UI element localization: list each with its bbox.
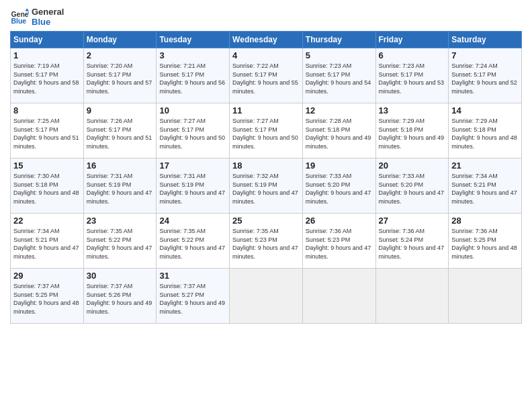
weekday-header-friday: Friday [375,32,449,48]
calendar-cell: 6Sunrise: 7:23 AMSunset: 5:17 PMDaylight… [375,48,449,103]
calendar-cell: 8Sunrise: 7:25 AMSunset: 5:17 PMDaylight… [11,103,84,158]
day-info: Sunrise: 7:33 AMSunset: 5:20 PMDaylight:… [379,172,446,205]
day-number: 12 [306,105,373,116]
day-info: Sunrise: 7:31 AMSunset: 5:19 PMDaylight:… [159,172,226,205]
calendar-cell: 13Sunrise: 7:29 AMSunset: 5:18 PMDayligh… [375,103,449,158]
day-info: Sunrise: 7:24 AMSunset: 5:17 PMDaylight:… [451,62,519,95]
day-number: 19 [306,161,373,171]
day-number: 30 [87,271,154,281]
day-info: Sunrise: 7:35 AMSunset: 5:22 PMDaylight:… [159,227,226,261]
day-number: 20 [379,161,446,171]
weekday-header-monday: Monday [83,32,157,48]
calendar-cell: 16Sunrise: 7:31 AMSunset: 5:19 PMDayligh… [83,158,157,214]
day-number: 22 [13,216,81,226]
calendar-cell: 22Sunrise: 7:34 AMSunset: 5:21 PMDayligh… [11,214,84,269]
weekday-header-sunday: Sunday [11,32,84,48]
calendar-cell: 17Sunrise: 7:31 AMSunset: 5:19 PMDayligh… [157,158,230,214]
day-number: 7 [451,50,519,60]
calendar-row: 15Sunrise: 7:30 AMSunset: 5:18 PMDayligh… [11,158,522,214]
day-number: 1 [13,50,81,60]
calendar-cell [230,269,303,324]
weekday-header-tuesday: Tuesday [157,32,230,48]
day-number: 25 [232,216,300,226]
calendar-cell: 24Sunrise: 7:35 AMSunset: 5:22 PMDayligh… [157,214,230,269]
day-number: 23 [87,216,154,226]
day-number: 6 [379,50,446,60]
day-info: Sunrise: 7:27 AMSunset: 5:17 PMDaylight:… [232,117,300,150]
day-info: Sunrise: 7:37 AMSunset: 5:26 PMDaylight:… [87,282,154,316]
day-info: Sunrise: 7:37 AMSunset: 5:25 PMDaylight:… [13,282,81,316]
day-info: Sunrise: 7:31 AMSunset: 5:19 PMDaylight:… [87,172,154,205]
calendar-cell: 20Sunrise: 7:33 AMSunset: 5:20 PMDayligh… [375,158,449,214]
weekday-header-thursday: Thursday [302,32,375,48]
logo-blue: Blue [32,17,64,27]
day-info: Sunrise: 7:30 AMSunset: 5:18 PMDaylight:… [13,172,81,205]
calendar-cell: 14Sunrise: 7:29 AMSunset: 5:18 PMDayligh… [449,103,522,158]
day-info: Sunrise: 7:35 AMSunset: 5:22 PMDaylight:… [87,227,154,261]
calendar-cell [302,269,375,324]
weekday-header-row: SundayMondayTuesdayWednesdayThursdayFrid… [11,32,522,48]
day-info: Sunrise: 7:28 AMSunset: 5:18 PMDaylight:… [306,117,373,150]
day-info: Sunrise: 7:36 AMSunset: 5:23 PMDaylight:… [306,227,373,261]
day-info: Sunrise: 7:23 AMSunset: 5:17 PMDaylight:… [379,62,446,95]
calendar-cell: 19Sunrise: 7:33 AMSunset: 5:20 PMDayligh… [302,158,375,214]
calendar-cell: 25Sunrise: 7:35 AMSunset: 5:23 PMDayligh… [230,214,303,269]
calendar-row: 29Sunrise: 7:37 AMSunset: 5:25 PMDayligh… [11,269,522,324]
calendar-cell: 21Sunrise: 7:34 AMSunset: 5:21 PMDayligh… [449,158,522,214]
day-number: 24 [159,216,226,226]
day-info: Sunrise: 7:36 AMSunset: 5:24 PMDaylight:… [379,227,446,261]
calendar-cell: 9Sunrise: 7:26 AMSunset: 5:17 PMDaylight… [83,103,157,158]
svg-text:Blue: Blue [11,17,26,25]
day-info: Sunrise: 7:23 AMSunset: 5:17 PMDaylight:… [306,62,373,95]
day-info: Sunrise: 7:34 AMSunset: 5:21 PMDaylight:… [13,227,81,261]
day-number: 27 [379,216,446,226]
calendar-cell: 26Sunrise: 7:36 AMSunset: 5:23 PMDayligh… [302,214,375,269]
calendar-cell: 1Sunrise: 7:19 AMSunset: 5:17 PMDaylight… [11,48,84,103]
day-info: Sunrise: 7:37 AMSunset: 5:27 PMDaylight:… [159,282,226,316]
day-info: Sunrise: 7:35 AMSunset: 5:23 PMDaylight:… [232,227,300,261]
day-number: 11 [232,105,300,116]
calendar-cell: 27Sunrise: 7:36 AMSunset: 5:24 PMDayligh… [375,214,449,269]
calendar-row: 22Sunrise: 7:34 AMSunset: 5:21 PMDayligh… [11,214,522,269]
day-info: Sunrise: 7:27 AMSunset: 5:17 PMDaylight:… [159,117,226,150]
day-info: Sunrise: 7:22 AMSunset: 5:17 PMDaylight:… [232,62,300,95]
calendar-cell [375,269,449,324]
calendar-cell [449,269,522,324]
day-number: 17 [159,161,226,171]
day-number: 2 [87,50,154,60]
day-info: Sunrise: 7:34 AMSunset: 5:21 PMDaylight:… [451,172,519,205]
calendar-container: General Blue General Blue SundayMondayTu… [0,0,532,330]
calendar-cell: 12Sunrise: 7:28 AMSunset: 5:18 PMDayligh… [302,103,375,158]
calendar-cell: 29Sunrise: 7:37 AMSunset: 5:25 PMDayligh… [11,269,84,324]
calendar-cell: 4Sunrise: 7:22 AMSunset: 5:17 PMDaylight… [230,48,303,103]
day-number: 28 [451,216,519,226]
day-number: 15 [13,161,81,171]
calendar-row: 8Sunrise: 7:25 AMSunset: 5:17 PMDaylight… [11,103,522,158]
logo-icon: General Blue [10,7,29,26]
day-number: 31 [159,271,226,281]
weekday-header-saturday: Saturday [449,32,522,48]
calendar-row: 1Sunrise: 7:19 AMSunset: 5:17 PMDaylight… [11,48,522,103]
day-info: Sunrise: 7:33 AMSunset: 5:20 PMDaylight:… [306,172,373,205]
day-info: Sunrise: 7:26 AMSunset: 5:17 PMDaylight:… [87,117,154,150]
logo-general: General [32,7,64,17]
day-info: Sunrise: 7:29 AMSunset: 5:18 PMDaylight:… [379,117,446,150]
day-number: 10 [159,105,226,116]
day-number: 18 [232,161,300,171]
calendar-cell: 30Sunrise: 7:37 AMSunset: 5:26 PMDayligh… [83,269,157,324]
calendar-cell: 11Sunrise: 7:27 AMSunset: 5:17 PMDayligh… [230,103,303,158]
calendar-cell: 7Sunrise: 7:24 AMSunset: 5:17 PMDaylight… [449,48,522,103]
calendar-cell: 5Sunrise: 7:23 AMSunset: 5:17 PMDaylight… [302,48,375,103]
day-info: Sunrise: 7:29 AMSunset: 5:18 PMDaylight:… [451,117,519,150]
calendar-cell: 28Sunrise: 7:36 AMSunset: 5:25 PMDayligh… [449,214,522,269]
weekday-header-wednesday: Wednesday [230,32,303,48]
day-number: 3 [159,50,226,60]
day-number: 13 [379,105,446,116]
calendar-cell: 23Sunrise: 7:35 AMSunset: 5:22 PMDayligh… [83,214,157,269]
day-info: Sunrise: 7:19 AMSunset: 5:17 PMDaylight:… [13,62,81,95]
calendar-table: SundayMondayTuesdayWednesdayThursdayFrid… [10,31,522,324]
day-info: Sunrise: 7:21 AMSunset: 5:17 PMDaylight:… [159,62,226,95]
day-info: Sunrise: 7:32 AMSunset: 5:19 PMDaylight:… [232,172,300,205]
day-number: 21 [451,161,519,171]
day-number: 8 [13,105,81,116]
